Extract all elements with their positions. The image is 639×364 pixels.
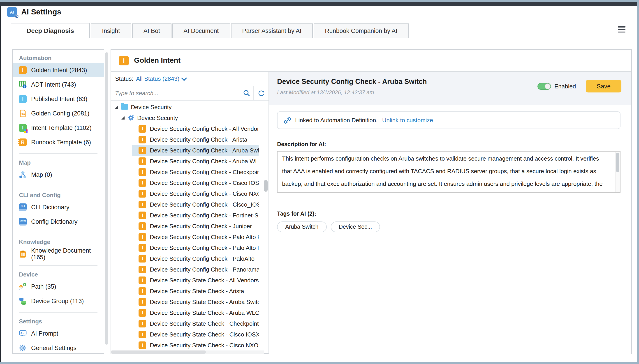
tree-node[interactable]: IDevice Security Config Check - Palo Alt… <box>132 242 259 253</box>
tree-node-label: Device Security <box>137 114 178 121</box>
tree-node[interactable]: IDevice Security Config Check - Palo Alt… <box>132 232 259 242</box>
intent-icon: I <box>139 136 146 143</box>
tree-node-label: Device Security Config Check - Arista <box>150 136 247 143</box>
tab-parser-assistant[interactable]: Parser Assistant by AI <box>231 24 313 38</box>
intent-icon: I <box>139 320 146 327</box>
save-button[interactable]: Save <box>586 80 621 92</box>
tree-scrollbar[interactable] <box>264 180 268 192</box>
sidebar-section-cli-config: CLI and Config <box>13 190 104 200</box>
intent-icon: I <box>139 341 146 349</box>
sidebar-item-intent-template[interactable]: I Intent Template (1102) <box>13 120 104 135</box>
tree-node[interactable]: IDevice Security Config Check - Panorama <box>132 264 259 275</box>
sidebar-item-adt-intent[interactable]: i ADT Intent (743) <box>13 77 104 92</box>
tab-ai-bot[interactable]: AI Bot <box>132 24 172 38</box>
status-label: Status: <box>115 75 133 82</box>
search-icon[interactable] <box>240 86 253 100</box>
sidebar-item-config-dictionary[interactable]: Config Config Dictionary <box>13 214 104 229</box>
sidebar-item-runbook-template[interactable]: R Runbook Template (6) <box>13 135 104 149</box>
intent-icon: I <box>139 125 146 132</box>
tree-node[interactable]: IDevice Security State Check - All Vendo… <box>132 275 259 286</box>
tree-node-label: Device Security Config Check - Cisco_IOS <box>150 201 259 208</box>
unlink-to-customize-link[interactable]: Unlink to customize <box>382 117 433 124</box>
tree-node[interactable]: IDevice Security Config Check - Aruba WL… <box>132 156 259 166</box>
intent-icon: I <box>139 179 146 186</box>
sidebar-item-label: Device Group (113) <box>31 298 84 304</box>
sidebar-item-map[interactable]: Map (0) <box>13 167 104 182</box>
content-header: I Golden Intent <box>111 50 631 72</box>
tab-runbook-companion[interactable]: Runbook Companion by AI <box>314 24 409 38</box>
intent-template-icon: I <box>19 124 27 132</box>
caret-expanded-icon[interactable] <box>115 105 118 108</box>
tree-horizontal-scrollbar[interactable] <box>111 350 264 354</box>
caret-expanded-icon[interactable] <box>121 116 125 119</box>
tree-node[interactable]: IDevice Security Config Check - Cisco IO… <box>132 177 259 188</box>
description-scrollbar[interactable] <box>615 152 619 192</box>
tree-node[interactable]: IDevice Security State Check - Arista <box>132 286 259 296</box>
sidebar-item-path[interactable]: A B Path (35) <box>13 279 104 294</box>
sidebar-item-label: General Settings <box>31 344 77 351</box>
sidebar-item-device-group[interactable]: Device Group (113) <box>13 294 104 308</box>
golden-intent-icon: I <box>119 56 129 65</box>
detail-header: Device Security Config Check - Aruba Swi… <box>269 72 631 105</box>
sidebar-item-general-settings[interactable]: General Settings <box>13 340 104 354</box>
sidebar-item-ai-prompt[interactable]: AI Prompt <box>13 326 104 340</box>
tree-node[interactable]: IDevice Security Config Check - PaloAlto <box>132 253 259 264</box>
path-icon: A B <box>19 282 27 290</box>
tags-label: Tags for AI (2): <box>277 211 631 217</box>
sidebar-item-published-intent[interactable]: I Published Intent (63) <box>13 92 104 106</box>
tree-node[interactable]: IDevice Security State Check - Aruba WLC <box>132 307 259 318</box>
sidebar-item-label: Golden Config (2081) <box>31 110 89 116</box>
tree-node[interactable]: IDevice Security State Check - Aruba Swi… <box>132 296 259 307</box>
intent-icon: I <box>139 168 146 176</box>
sidebar-item-golden-config[interactable]: CFG Golden Config (2081) <box>13 106 104 120</box>
screenshot-stage: AI ⚙ AI Settings Deep Diagnosis Insight … <box>0 0 639 364</box>
intent-icon: I <box>139 222 146 230</box>
window-border-top <box>0 0 639 2</box>
svg-text:CFG: CFG <box>20 113 25 116</box>
sidebar-item-golden-intent[interactable]: I Golden Intent (2843) <box>13 63 104 77</box>
tree-node-label: Device Security Config Check - Cisco IOS… <box>150 179 259 186</box>
refresh-icon[interactable] <box>253 86 269 100</box>
tab-deep-diagnosis[interactable]: Deep Diagnosis <box>11 23 90 38</box>
enabled-toggle[interactable] <box>537 83 551 90</box>
sidebar-item-label: Published Intent (63) <box>31 96 87 102</box>
tree-node[interactable]: IDevice Security Config Check - Arista <box>132 134 259 145</box>
tree-node[interactable]: IDevice Security Config Check - Checkpoi… <box>132 166 259 177</box>
tree-node-label: Device Security State Check - All Vendor… <box>150 277 259 284</box>
sidebar-item-cli-dictionary[interactable]: CLI CLI Dictionary <box>13 200 104 214</box>
tree-node[interactable]: IDevice Security Config Check - Juniper <box>132 220 259 232</box>
tree-node[interactable]: IDevice Security State Check - Cisco NXO… <box>132 340 259 350</box>
tree-node[interactable]: IDevice Security State Check - Cisco IOS… <box>132 329 259 340</box>
tab-ai-document[interactable]: AI Document <box>172 24 230 38</box>
app-header: AI ⚙ AI Settings <box>7 7 61 18</box>
adt-intent-icon: i <box>19 80 27 88</box>
sidebar-section-automation: Automation <box>13 53 104 63</box>
linked-banner: Linked to Automation Definition. Unlink … <box>277 112 620 129</box>
sidebar-scrollbar[interactable] <box>105 50 108 349</box>
ai-prompt-icon <box>19 330 27 337</box>
tree-node[interactable]: IDevice Security Config Check - Cisco_IO… <box>132 199 259 210</box>
tree-node[interactable]: IDevice Security Config Check - Fortinet… <box>132 210 259 220</box>
published-intent-icon: I <box>19 95 27 102</box>
sidebar-divider <box>19 153 98 154</box>
status-dropdown[interactable]: All Status (2843) <box>136 75 185 82</box>
golden-intent-icon: I <box>19 66 27 74</box>
tree-node-folder[interactable]: Device Security <box>111 102 269 112</box>
tab-insight[interactable]: Insight <box>91 24 131 38</box>
window-border-left <box>0 6 1 364</box>
tree-node-selected[interactable]: IDevice Security Config Check - Aruba Sw… <box>132 145 259 156</box>
tree-node[interactable]: IDevice Security Config Check - Cisco NX… <box>132 188 259 199</box>
tree-node[interactable]: IDevice Security Config Check - All Vend… <box>132 123 259 134</box>
tree-panel: Status: All Status (2843) <box>111 72 269 354</box>
description-textarea[interactable]: This intent performs configuration check… <box>277 151 620 192</box>
search-row <box>111 86 269 100</box>
menu-icon[interactable] <box>618 26 625 32</box>
main-panel: I Golden Intent Status: All Status (2843… <box>111 49 632 354</box>
tree-node-label: Device Security Config Check - Fortinet-… <box>150 212 259 218</box>
window-titlebar <box>0 2 639 6</box>
tree-node-group[interactable]: Device Security <box>111 112 269 123</box>
tree-node[interactable]: IDevice Security State Check - Checkpoin… <box>132 318 259 329</box>
sidebar-item-knowledge-document[interactable]: Knowledge Document (165) <box>13 247 104 261</box>
sidebar-divider <box>19 233 98 233</box>
search-input[interactable] <box>111 86 240 100</box>
